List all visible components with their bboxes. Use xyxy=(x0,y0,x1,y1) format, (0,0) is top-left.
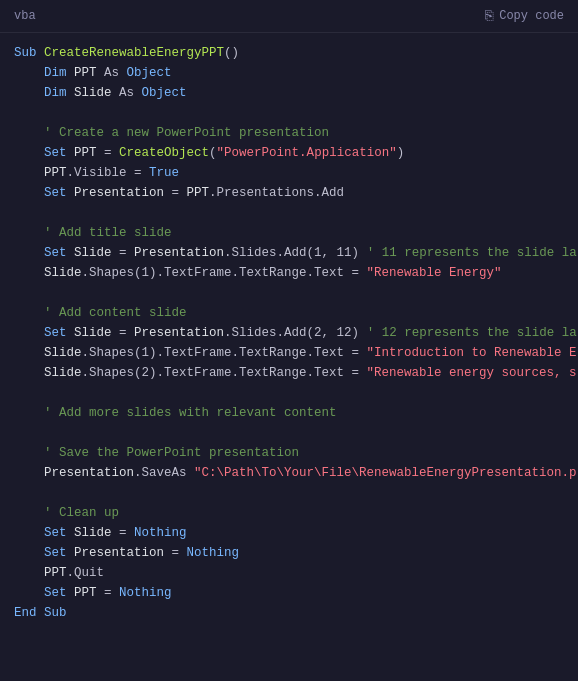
code-header: vba ⎘ Copy code xyxy=(0,0,578,33)
code-block: Sub CreateRenewableEnergyPPT() Dim PPT A… xyxy=(14,43,564,623)
code-body: Sub CreateRenewableEnergyPPT() Dim PPT A… xyxy=(0,33,578,681)
copy-icon: ⎘ xyxy=(485,8,493,24)
lang-label: vba xyxy=(14,9,36,23)
code-container: vba ⎘ Copy code Sub CreateRenewableEnerg… xyxy=(0,0,578,681)
copy-code-button[interactable]: ⎘ Copy code xyxy=(485,8,564,24)
copy-button-label: Copy code xyxy=(499,9,564,23)
